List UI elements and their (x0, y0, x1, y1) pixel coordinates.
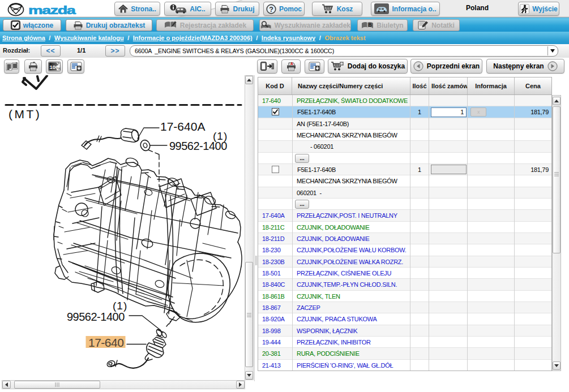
svg-text:%: % (57, 66, 61, 71)
svg-text:99562-1400: 99562-1400 (67, 311, 125, 323)
svg-text:17-640: 17-640 (88, 336, 123, 349)
svg-text:?: ? (269, 5, 273, 13)
svg-text:(MT): (MT) (8, 107, 41, 120)
svg-text:17-640A: 17-640A (160, 120, 205, 133)
svg-text:mazda: mazda (28, 4, 76, 16)
svg-text:A: A (290, 62, 293, 66)
svg-text:(1): (1) (113, 300, 127, 312)
svg-text:B: B (369, 21, 372, 27)
svg-text:99562-1400: 99562-1400 (169, 140, 227, 152)
